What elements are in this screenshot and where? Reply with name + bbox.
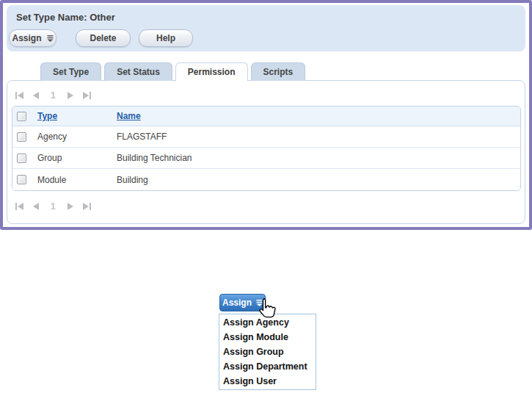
row-name: Building [117, 175, 520, 185]
menu-item-assign-group[interactable]: Assign Group [219, 345, 316, 359]
table-row[interactable]: Module Building [12, 169, 520, 190]
row-name: FLAGSTAFF [117, 131, 520, 142]
row-name: Building Technician [117, 153, 520, 163]
row-type: Group [37, 153, 117, 163]
prev-page-icon[interactable] [33, 203, 39, 210]
panel-header: Set Type Name: Other Assign Delete Help [7, 5, 525, 51]
prev-page-icon[interactable] [33, 92, 39, 99]
tab-set-type[interactable]: Set Type [40, 62, 101, 81]
row-checkbox[interactable] [17, 175, 26, 184]
pager-bottom: 1 [7, 191, 525, 213]
row-type: Module [37, 175, 117, 185]
first-page-icon[interactable] [15, 92, 23, 99]
tab-permission[interactable]: Permission [175, 62, 248, 82]
assign-button[interactable]: Assign [9, 29, 57, 47]
last-page-icon[interactable] [83, 203, 91, 210]
menu-item-assign-module[interactable]: Assign Module [219, 330, 316, 345]
tab-set-status[interactable]: Set Status [104, 62, 172, 81]
table-row[interactable]: Group Building Technician [12, 148, 520, 169]
row-type: Agency [37, 131, 117, 142]
page-number: 1 [48, 90, 58, 101]
column-header-name[interactable]: Name [117, 111, 141, 121]
last-page-icon[interactable] [83, 92, 91, 99]
set-type-panel: Set Type Name: Other Assign Delete Help … [0, 0, 532, 230]
pager-top: 1 [7, 81, 525, 103]
row-checkbox[interactable] [17, 154, 26, 163]
first-page-icon[interactable] [15, 203, 23, 210]
row-checkbox[interactable] [17, 132, 26, 142]
menu-item-assign-user[interactable]: Assign User [219, 374, 316, 389]
select-all-checkbox[interactable] [17, 112, 26, 121]
next-page-icon[interactable] [68, 92, 73, 99]
next-page-icon[interactable] [68, 203, 73, 210]
split-arrow-icon [47, 35, 54, 42]
column-header-type[interactable]: Type [37, 111, 57, 121]
permission-grid: Type Name Agency FLAGSTAFF Group Buildin… [12, 106, 521, 191]
cursor-hand-icon [256, 297, 278, 320]
tab-content: 1 Type Name Agency FLAGSTAFF Group [7, 80, 525, 224]
assign-button-label: Assign [12, 33, 41, 43]
assign-dropdown-label: Assign [222, 298, 252, 308]
screen: Set Type Name: Other Assign Delete Help … [0, 0, 532, 393]
page-title: Set Type Name: Other [16, 12, 115, 23]
tab-scripts[interactable]: Scripts [251, 62, 306, 81]
tab-bar: Set Type Set Status Permission Scripts [40, 62, 305, 81]
help-button[interactable]: Help [139, 29, 193, 47]
toolbar: Assign Delete Help [9, 29, 193, 47]
assign-menu: Assign Agency Assign Module Assign Group… [219, 314, 316, 390]
page-number: 1 [48, 201, 58, 212]
table-row[interactable]: Agency FLAGSTAFF [12, 126, 520, 148]
delete-button[interactable]: Delete [76, 29, 131, 47]
grid-header-row: Type Name [12, 107, 520, 126]
menu-item-assign-department[interactable]: Assign Department [219, 359, 316, 374]
